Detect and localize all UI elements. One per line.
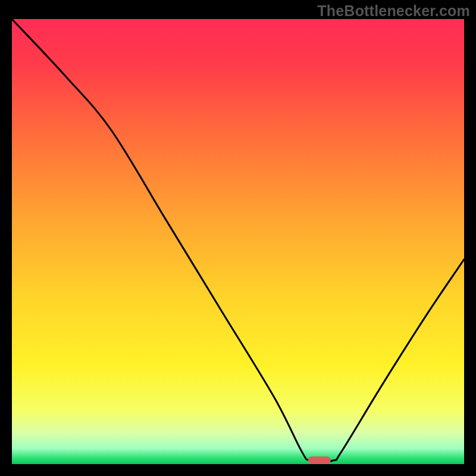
plot-area [12, 19, 464, 464]
optimal-marker [308, 456, 331, 464]
watermark-text: TheBottleneсker.com [317, 2, 470, 20]
chart-frame: TheBottleneсker.com [0, 0, 476, 476]
bottleneck-chart [12, 19, 464, 464]
gradient-background [12, 19, 464, 464]
